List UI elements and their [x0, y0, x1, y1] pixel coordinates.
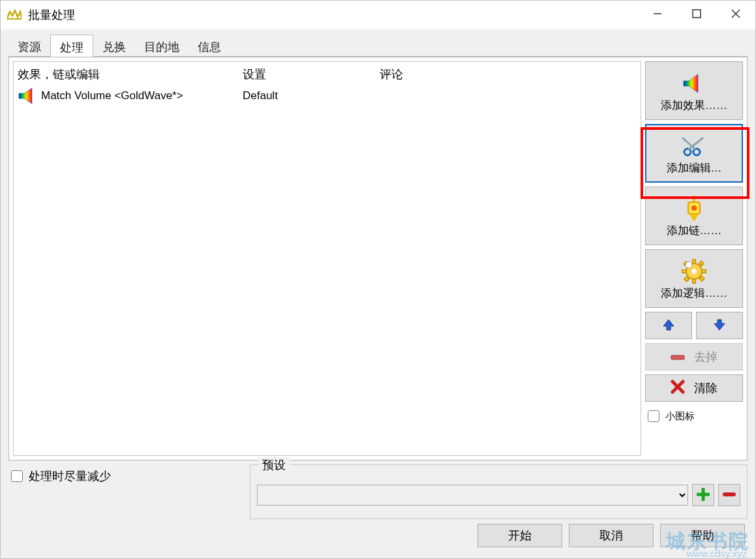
remove-button[interactable]: 去掉 — [645, 343, 743, 370]
scissors-icon — [681, 132, 707, 160]
reduce-while-processing-label: 处理时尽量减少 — [29, 468, 111, 484]
clear-button[interactable]: 清除 — [645, 374, 743, 402]
tab-convert[interactable]: 兑换 — [93, 35, 135, 57]
add-edit-button[interactable]: 添加编辑… — [645, 124, 743, 183]
tab-destination[interactable]: 目的地 — [135, 35, 189, 57]
svg-rect-23 — [699, 276, 704, 280]
svg-point-25 — [686, 262, 692, 268]
preset-remove-button[interactable] — [718, 484, 740, 506]
titlebar: 批量处理 — [1, 1, 755, 29]
window-minimize-button[interactable] — [638, 1, 677, 27]
process-panel: 效果，链或编辑 设置 评论 — [8, 57, 748, 461]
row-setting: Default — [243, 89, 380, 102]
speaker-rainbow-icon — [681, 69, 707, 98]
column-setting: 设置 — [243, 67, 380, 82]
add-chain-label: 添加链…… — [667, 223, 722, 238]
speaker-rainbow-icon — [18, 87, 41, 105]
svg-marker-14 — [689, 214, 699, 222]
svg-marker-27 — [714, 320, 725, 330]
list-row[interactable]: Match Volume <GoldWave*> Default — [14, 84, 641, 108]
x-icon — [671, 380, 685, 397]
row-name: Match Volume <GoldWave*> — [41, 89, 243, 102]
window-title: 批量处理 — [28, 7, 638, 23]
preset-group: 预设 — [250, 464, 748, 519]
remove-label: 去掉 — [694, 349, 718, 365]
svg-line-9 — [689, 138, 703, 149]
bottom-area: 处理时尽量减少 预设 — [1, 461, 755, 558]
add-effect-label: 添加效果…… — [661, 98, 727, 113]
svg-marker-26 — [663, 320, 674, 330]
svg-line-10 — [682, 138, 695, 149]
svg-point-13 — [691, 205, 697, 211]
sidebar: 添加效果…… 添加编辑… — [645, 61, 743, 456]
svg-rect-2 — [693, 10, 701, 18]
column-effect: 效果，链或编辑 — [18, 67, 243, 82]
list-header: 效果，链或编辑 设置 评论 — [14, 62, 641, 84]
tabstrip: 资源 处理 兑换 目的地 信息 — [8, 35, 748, 57]
column-comment: 评论 — [380, 67, 637, 82]
window-close-button[interactable] — [716, 1, 755, 27]
preset-select[interactable] — [257, 485, 688, 506]
small-icons-label: 小图标 — [665, 410, 695, 423]
svg-rect-16 — [693, 260, 695, 264]
tab-source[interactable]: 资源 — [8, 35, 50, 57]
minus-icon — [671, 350, 685, 364]
add-edit-label: 添加编辑… — [667, 160, 722, 175]
svg-rect-28 — [671, 355, 684, 359]
svg-marker-6 — [684, 74, 698, 93]
window-controls — [638, 1, 755, 29]
move-down-button[interactable] — [696, 312, 743, 339]
app-icon — [7, 9, 22, 21]
preset-add-button[interactable] — [692, 484, 714, 506]
help-button[interactable]: 帮助 — [660, 524, 745, 547]
add-chain-button[interactable]: 添加链…… — [645, 187, 743, 245]
move-up-button[interactable] — [645, 312, 692, 339]
small-icons-checkbox[interactable] — [648, 410, 659, 422]
minus-icon — [723, 488, 736, 503]
svg-rect-17 — [693, 279, 695, 283]
add-logic-button[interactable]: 添加逻辑…… — [645, 249, 743, 308]
arrow-up-icon — [661, 318, 676, 334]
arrow-down-icon — [712, 318, 727, 334]
reduce-while-processing-checkbox[interactable] — [11, 470, 23, 482]
gear-icon — [681, 257, 707, 286]
svg-rect-18 — [682, 270, 686, 273]
add-logic-label: 添加逻辑…… — [661, 286, 727, 301]
window-maximize-button[interactable] — [677, 1, 716, 27]
plus-icon — [697, 488, 710, 503]
start-button[interactable]: 开始 — [477, 524, 562, 547]
clear-label: 清除 — [694, 380, 718, 396]
svg-marker-5 — [19, 88, 32, 104]
chain-node-icon — [683, 194, 705, 223]
svg-point-24 — [691, 269, 697, 274]
add-effect-button[interactable]: 添加效果…… — [645, 61, 743, 120]
cancel-button[interactable]: 取消 — [569, 524, 654, 547]
effect-list[interactable]: 效果，链或编辑 设置 评论 — [13, 61, 641, 456]
preset-legend: 预设 — [258, 457, 290, 473]
tab-info[interactable]: 信息 — [189, 35, 230, 57]
svg-rect-19 — [702, 270, 706, 273]
tab-process[interactable]: 处理 — [50, 35, 93, 57]
